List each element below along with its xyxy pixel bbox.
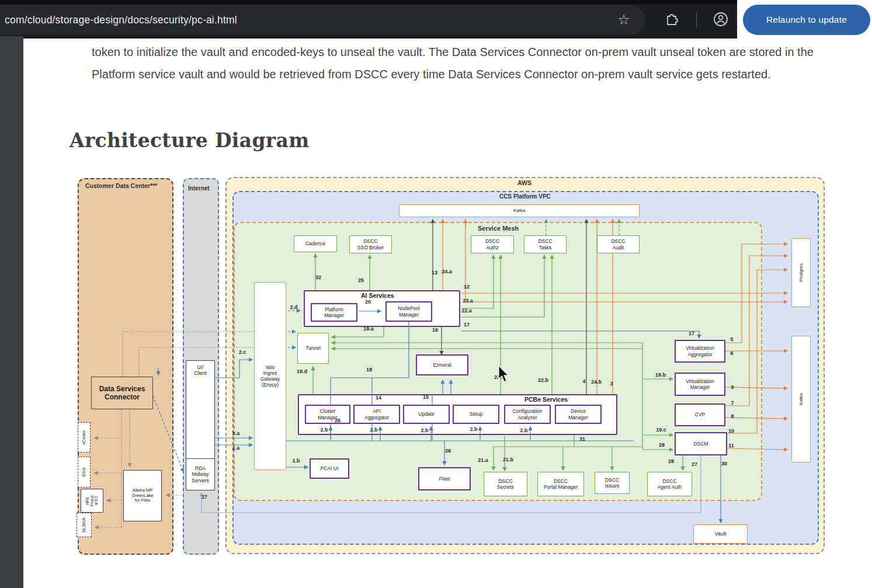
line-label: 21.a — [478, 457, 488, 463]
line-label: 19.c — [656, 427, 666, 433]
browser-toolbar: com/cloud/storage-design/docs/security/p… — [0, 0, 872, 40]
line-label: 2.d — [290, 304, 297, 310]
line-label: 2.b — [470, 426, 477, 432]
line-label: 8 — [731, 413, 734, 419]
line-label: 2.a — [232, 430, 240, 436]
line-label: 19.b — [655, 372, 666, 378]
line-label: 4 — [582, 378, 585, 384]
line-label: 5 — [730, 336, 733, 342]
line-label: 30 — [721, 461, 727, 467]
line-label: 22.b — [538, 377, 548, 383]
line-label: 1.b — [292, 458, 300, 464]
line-label: 3 — [610, 381, 613, 387]
line-label: 24.b — [591, 379, 602, 385]
line-label: 2.c — [239, 349, 246, 355]
line-label: 1.a — [232, 445, 240, 451]
line-label: 21.b — [503, 457, 513, 462]
line-label: 32 — [315, 274, 321, 280]
line-label: 17 — [464, 322, 470, 328]
line-label: 27 — [202, 494, 207, 500]
line-label: 28 — [668, 458, 674, 464]
line-label: 9 — [731, 384, 734, 390]
line-label: 2.b — [421, 427, 428, 433]
bookmark-star-icon[interactable]: ☆ — [614, 11, 633, 29]
line-label: 31 — [579, 436, 585, 442]
line-label: 6 — [730, 350, 733, 356]
line-label: 20 — [365, 299, 371, 305]
line-label: 14 — [376, 395, 381, 401]
page-title: Architecture Diagram — [70, 129, 309, 152]
line-label: 29 — [659, 442, 665, 448]
line-label: 19.d — [297, 368, 307, 374]
line-labels-layer: 32251324.a1223.a22.a172.d2019.a161819.d2… — [69, 172, 826, 559]
relaunch-button[interactable]: Relaunch to update — [743, 5, 870, 35]
line-label: 15 — [423, 394, 429, 400]
profile-icon[interactable] — [713, 12, 728, 27]
extensions-icon[interactable] — [664, 12, 679, 27]
line-label: 24.a — [442, 269, 452, 274]
line-label: 7 — [731, 400, 734, 406]
architecture-diagram: Customer Data Center*** Internet AWS CCS… — [69, 172, 826, 559]
line-label: 22.a — [461, 308, 472, 314]
line-label: 16 — [432, 327, 438, 333]
line-label: 2.b — [520, 427, 527, 433]
line-label: 11 — [728, 443, 734, 448]
line-label: 27 — [692, 461, 697, 467]
toolbar-separator — [696, 13, 697, 27]
line-label: 2.b — [370, 427, 377, 433]
line-label: 2.b — [320, 427, 328, 433]
line-label: 13 — [432, 270, 437, 276]
left-dark-strip — [0, 36, 23, 588]
mouse-cursor — [498, 366, 513, 384]
line-label: 17 — [689, 330, 694, 336]
address-bar[interactable]: com/cloud/storage-design/docs/security/p… — [0, 5, 645, 35]
line-label: 26 — [335, 417, 341, 423]
line-label: 26 — [445, 448, 451, 454]
url-text[interactable]: com/cloud/storage-design/docs/security/p… — [0, 14, 237, 26]
line-label: 19.a — [363, 326, 374, 332]
line-label: 12 — [464, 284, 470, 290]
line-label: 18 — [366, 367, 372, 373]
line-label: 23.a — [463, 298, 473, 304]
line-label: 25 — [358, 277, 364, 283]
body-paragraph: token to initialize the vault and encode… — [92, 41, 839, 85]
line-label: 10 — [728, 428, 734, 434]
